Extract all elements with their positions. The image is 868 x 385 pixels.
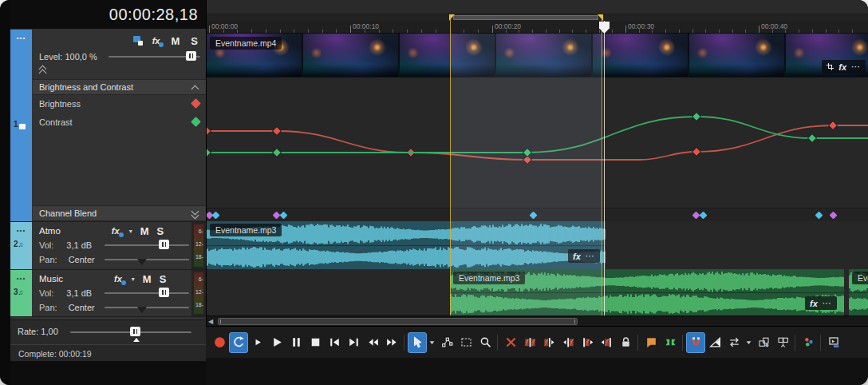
- lock-object-button[interactable]: [616, 332, 635, 353]
- audio-clip-label[interactable]: Eventname.mp3: [852, 272, 868, 284]
- collapse-up-icon[interactable]: [192, 86, 198, 92]
- pan-center-marker[interactable]: [137, 259, 147, 265]
- green-keyframe-diamond[interactable]: [523, 148, 531, 157]
- pause-button[interactable]: [286, 332, 306, 353]
- fx-menu-caret-icon[interactable]: ▾: [132, 276, 135, 283]
- audio-clip-label[interactable]: Eventname.mp3: [210, 224, 282, 236]
- wedge-tool-button[interactable]: [705, 332, 724, 353]
- track-fx-icon[interactable]: fx: [112, 226, 120, 236]
- loop-playback-button[interactable]: [229, 332, 248, 353]
- section-channel-blend[interactable]: Channel Blend: [33, 205, 206, 221]
- red-keyframe-diamond[interactable]: [272, 126, 281, 135]
- group-objects-button[interactable]: [754, 332, 773, 353]
- stop-button[interactable]: [306, 332, 325, 353]
- more-icon[interactable]: ⋯: [586, 251, 595, 261]
- snap-button[interactable]: [686, 332, 705, 353]
- keyframe-row[interactable]: [207, 208, 868, 221]
- audio-clip[interactable]: Eventname.mp3: [207, 221, 606, 269]
- vol-value[interactable]: 3,1 dB: [66, 288, 92, 298]
- fx-badge[interactable]: fx: [838, 62, 846, 72]
- play-range-button[interactable]: [248, 332, 267, 353]
- selection-start-line[interactable]: [450, 14, 451, 316]
- red-keyframe-diamond[interactable]: [828, 121, 837, 129]
- track-handle-dots[interactable]: •••: [10, 227, 32, 234]
- keyframe-marker[interactable]: [530, 212, 538, 220]
- vol-slider[interactable]: [105, 292, 189, 294]
- rewind-button[interactable]: [363, 332, 382, 353]
- automation-curves-area[interactable]: [207, 77, 868, 208]
- vol-slider-handle[interactable]: [159, 240, 169, 249]
- keyframe-marker[interactable]: [700, 212, 708, 220]
- track-atmo-strip[interactable]: ••• 2♫: [10, 222, 32, 269]
- track1-solo-button[interactable]: S: [191, 35, 198, 47]
- track-handle-dots[interactable]: •••: [10, 275, 32, 282]
- playback-range-bar[interactable]: [453, 15, 598, 20]
- green-keyframe-diamond[interactable]: [272, 148, 281, 157]
- track-mute-button[interactable]: M: [143, 273, 152, 285]
- vol-slider[interactable]: [105, 244, 189, 246]
- track1-strip[interactable]: ••• 1: [10, 30, 32, 221]
- scroll-left-arrow-icon[interactable]: ◀: [208, 318, 213, 325]
- track-solo-button[interactable]: S: [156, 225, 164, 237]
- track-solo-button[interactable]: S: [160, 273, 167, 285]
- keyframe-marker[interactable]: [815, 212, 823, 220]
- fx-badge[interactable]: fx: [810, 299, 818, 308]
- audio-clip-badges[interactable]: fx⋯: [805, 296, 837, 310]
- track1-fx-icon[interactable]: fx: [152, 36, 160, 46]
- play-button[interactable]: [267, 332, 286, 353]
- fx-badge[interactable]: fx: [573, 252, 581, 261]
- timeline[interactable]: 00:00:0000:00:1000:00:2000:00:3000:00:40…: [206, 0, 868, 326]
- pan-slider[interactable]: [105, 307, 189, 308]
- horizontal-scrollbar[interactable]: ◀: [207, 316, 868, 326]
- trim-start-button[interactable]: [539, 332, 558, 353]
- audio-clip[interactable]: Eventname.mp3: [849, 269, 868, 316]
- loop-mode-button[interactable]: [724, 332, 744, 353]
- marquee-tool-button[interactable]: [456, 332, 475, 353]
- more-icon[interactable]: ⋯: [823, 298, 832, 308]
- fx-menu-caret-icon[interactable]: ▾: [129, 228, 132, 235]
- track1-mute-button[interactable]: M: [171, 35, 180, 47]
- pan-value[interactable]: Center: [69, 255, 95, 264]
- remove-start-button[interactable]: [578, 332, 597, 353]
- track-fx-icon[interactable]: fx: [114, 274, 122, 284]
- green-keyframe-diamond[interactable]: [692, 112, 700, 121]
- audio-clip-label[interactable]: Eventname.mp3: [453, 272, 525, 284]
- audio-clip[interactable]: Eventname.mp3: [450, 269, 844, 316]
- pan-center-marker[interactable]: [137, 307, 147, 313]
- takes-button[interactable]: [799, 332, 818, 353]
- time-ruler[interactable]: 00:00:0000:00:1000:00:2000:00:3000:00:40: [207, 21, 868, 34]
- rate-slider-handle[interactable]: [130, 327, 140, 336]
- loop-mode-menu-icon[interactable]: [744, 332, 754, 353]
- audio-clip-badges[interactable]: fx⋯: [568, 249, 600, 263]
- keyframe-display-icon[interactable]: [133, 36, 143, 46]
- ungroup-objects-button[interactable]: [773, 332, 792, 353]
- expand-down-icon[interactable]: [192, 208, 198, 214]
- jump-start-button[interactable]: [325, 332, 344, 353]
- select-tool-button[interactable]: [408, 332, 427, 353]
- keyframe-marker[interactable]: [830, 212, 838, 220]
- zoom-tool-button[interactable]: [475, 332, 495, 353]
- video-clip-badges[interactable]: fx ⋯: [822, 60, 866, 73]
- crop-icon[interactable]: [827, 63, 834, 70]
- green-curve[interactable]: [207, 117, 868, 153]
- track-handle-dots[interactable]: •••: [10, 34, 32, 42]
- jump-end-button[interactable]: [344, 332, 363, 353]
- track-mute-button[interactable]: M: [140, 225, 149, 237]
- object-editor-button[interactable]: [824, 332, 843, 353]
- pan-value[interactable]: Center: [69, 303, 95, 312]
- section-brightness-contrast[interactable]: Brightness and Contrast: [33, 79, 206, 95]
- delete-object-button[interactable]: [501, 332, 520, 353]
- split-object-button[interactable]: [520, 332, 539, 353]
- green-keyframe-diamond[interactable]: [807, 133, 816, 142]
- set-marker-button[interactable]: [641, 332, 661, 353]
- video-track[interactable]: Eventname.mp4 fx ⋯: [207, 34, 868, 77]
- keyframe-marker[interactable]: [212, 212, 220, 220]
- curve-tool-button[interactable]: [437, 332, 456, 353]
- track-music-strip[interactable]: ••• 3♫: [10, 270, 32, 316]
- scrollbar-thumb[interactable]: [218, 318, 578, 325]
- trim-end-button[interactable]: [558, 332, 578, 353]
- record-button[interactable]: [210, 332, 229, 353]
- more-icon[interactable]: ⋯: [851, 62, 861, 72]
- collapse-chevron-icon[interactable]: [40, 66, 45, 72]
- range-row[interactable]: [207, 14, 868, 21]
